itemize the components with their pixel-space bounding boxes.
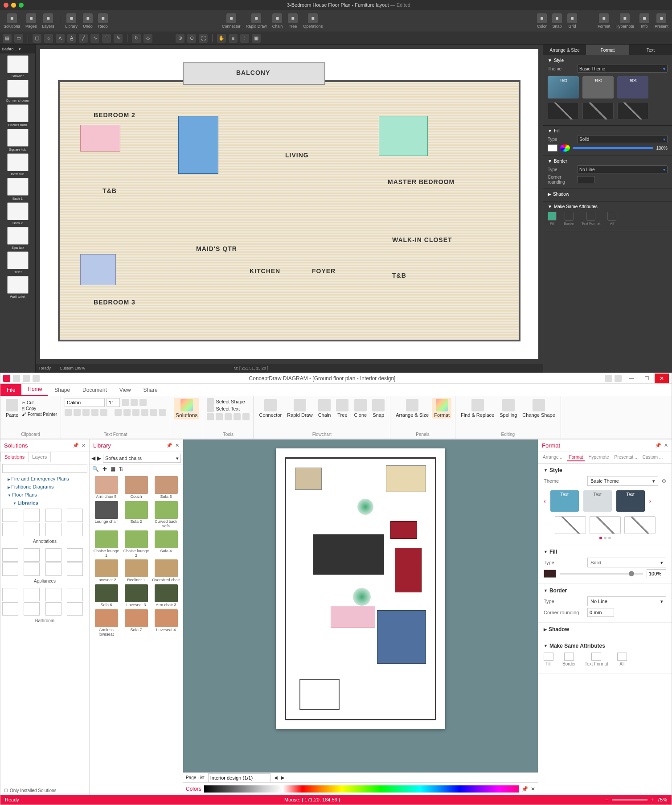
lib-thumb[interactable] [45,548,61,562]
toolbar-hypernote[interactable]: ■Hypernote [615,13,634,29]
lib-thumb[interactable] [67,588,83,601]
toolbar-chain[interactable]: ■Chain [272,13,283,29]
ribbon-tab-document[interactable]: Document [76,384,113,396]
zoom-in-tool[interactable]: ⊕ [176,34,184,43]
furniture-arm-chair-3[interactable]: Arm chair 3 [152,584,180,608]
fmt-line-3[interactable] [624,516,656,534]
text-icon[interactable] [216,413,223,420]
grow-font-icon[interactable] [122,399,129,406]
furniture-sofa-4[interactable]: Sofa 4 [152,530,180,558]
toolbar-connector[interactable]: ■Connector [222,13,241,29]
tree-fire[interactable]: Fire and Emergency Plans [0,475,89,483]
toolbar-info[interactable]: ■Info [639,13,649,29]
next-theme-icon[interactable]: › [649,497,652,505]
stencil-square-tub[interactable]: Square tub [2,129,33,152]
strike-icon[interactable] [91,409,98,416]
lib-thumb[interactable] [2,602,18,616]
ribbon-tab-view[interactable]: View [113,384,137,396]
zoom-out-button[interactable]: − [605,797,608,802]
lib-thumb[interactable] [67,509,83,522]
only-installed-checkbox[interactable]: ☐Only Installed Solutions [0,786,89,795]
stencil-bath-2[interactable]: Bath 2 [2,202,33,225]
furniture-armless-loveseat[interactable]: Armless loveseat [92,609,120,637]
stencil-bidet[interactable]: Bidet [2,251,33,274]
lib-thumb[interactable] [24,602,40,616]
close-icon[interactable]: ✕ [531,786,535,792]
ribbon-tab-home[interactable]: Home [21,383,48,396]
color-strip[interactable] [204,785,519,793]
fmt-opacity-slider[interactable] [560,573,643,575]
valign-mid-icon[interactable] [150,409,157,416]
toolbar-pages[interactable]: ■Pages [25,13,37,29]
snap-button[interactable]: Snap [370,398,386,419]
zoom-button[interactable] [19,3,24,8]
tree-floorplans[interactable]: Floor Plans [0,491,89,499]
save-icon[interactable] [13,375,20,382]
clone-button[interactable]: Clone [352,398,369,419]
pin-icon[interactable]: 📌 [166,443,172,448]
tab-format[interactable]: Format [586,45,629,55]
prev-page-icon[interactable]: ◀ [274,775,278,780]
stencil-corner-shower[interactable]: Corner shower [2,80,33,103]
solutions-search[interactable] [2,464,87,473]
ribbon-tab-shape[interactable]: Shape [48,384,76,396]
arc-tool[interactable]: ⌒ [102,34,111,43]
lib-thumb[interactable] [2,588,18,601]
ribbon-collapse-icon[interactable] [615,375,622,382]
redo-icon[interactable] [33,375,40,382]
align-center-icon[interactable] [123,409,131,416]
lib-thumb[interactable] [67,602,83,616]
lib-cat-appliances[interactable]: Appliances [0,578,89,586]
maximize-button[interactable]: ☐ [639,374,654,383]
valign-top-icon[interactable] [141,409,148,416]
fill-section-header[interactable]: ▼ Fill [548,128,668,133]
valign-bot-icon[interactable] [159,409,166,416]
edit-points-tool[interactable]: ◇ [143,34,152,43]
lib-thumb[interactable] [24,523,40,536]
select-tool[interactable]: ▭ [14,34,23,43]
fmt-shadow-header[interactable]: Shadow [544,626,666,632]
fmt-tab-hypernote[interactable]: Hypernote [586,454,611,461]
chain-button[interactable]: Chain [316,398,333,419]
page-name-input[interactable] [208,773,270,782]
lib-thumb[interactable] [45,602,61,616]
furniture-sofa-7[interactable]: Sofa 7 [122,609,150,637]
zoom-slider[interactable] [612,799,647,801]
toolbar-present[interactable]: ■Present [655,13,668,29]
furniture-sofa-5[interactable]: Sofa 5 [152,476,180,499]
lib-view-icon[interactable]: ▦ [111,466,115,472]
font-name-input[interactable] [65,398,105,407]
fmt-swatch-1[interactable]: Text [550,490,579,512]
italic-icon[interactable] [74,409,81,416]
toolbar-grid[interactable]: ■Grid [567,13,577,29]
furniture-recliner-1[interactable]: Recliner 1 [122,559,150,583]
copy-button[interactable]: ⎘ Copy [22,406,57,411]
change-shape-button[interactable]: Change Shape [520,398,557,419]
rect-tool[interactable]: ▢ [33,34,41,43]
lib-thumb[interactable] [45,588,61,601]
close-button[interactable]: ✕ [655,374,669,383]
fmt-fill-color[interactable] [544,570,556,578]
line-preview-1[interactable] [548,102,579,120]
stencil-wall-toilet[interactable]: Wall toilet [2,276,33,299]
lib-cat-bathroom[interactable]: Bathroom [0,617,89,626]
arrange-button[interactable]: Arrange & Size [394,398,430,419]
solutions-button[interactable]: Solutions [174,398,199,419]
theme-swatch-2[interactable]: Text [582,76,614,99]
bot-canvas[interactable] [183,439,538,772]
tree-libraries[interactable]: Libraries [0,499,89,507]
toolbar-undo[interactable]: ■Undo [83,13,93,29]
fmt-swatch-3[interactable]: Text [616,490,645,512]
lib-search-icon[interactable]: 🔍 [92,466,99,472]
zoom-out-tool[interactable]: ⊖ [187,34,196,43]
furniture-arm-chair-5[interactable]: Arm chair 5 [92,476,120,499]
prev-theme-icon[interactable]: ‹ [544,497,546,505]
fmt-swatch-2[interactable]: Text [583,490,612,512]
color-wheel-icon[interactable] [560,144,570,152]
hand-tool[interactable]: ✋ [217,34,226,43]
bold-icon[interactable] [65,409,72,416]
pen-tool[interactable]: ✎ [114,34,123,43]
toolbar-layers[interactable]: ■Layers [42,13,54,29]
furniture-curved-back-sofa[interactable]: Curved back sofa [152,501,180,529]
lib-thumb[interactable] [45,509,61,522]
